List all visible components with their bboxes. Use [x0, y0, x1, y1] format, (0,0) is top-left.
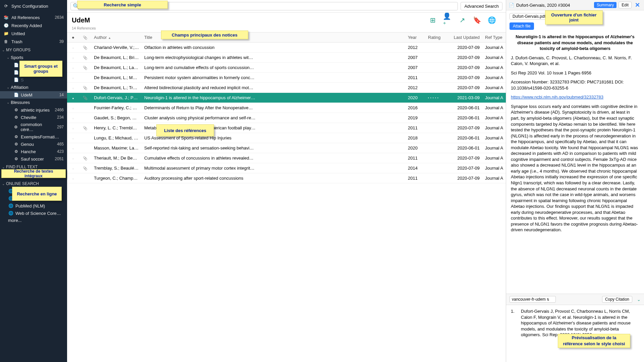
attachment-cell[interactable] [79, 75, 91, 80]
table-row[interactable]: De Beaumont, L.; Mon…Persistent motor sy… [67, 73, 506, 83]
group-athletic[interactable]: ⚙athletic injuries2466 [0, 106, 67, 114]
read-status[interactable] [67, 143, 79, 153]
rating-cell[interactable] [425, 45, 449, 50]
rating-cell[interactable] [425, 146, 449, 150]
attachment-cell[interactable] [79, 146, 91, 150]
recently-added[interactable]: 🕒Recently Added [0, 21, 67, 29]
rating-cell[interactable] [425, 136, 449, 140]
col-author[interactable]: Author▲ [91, 33, 142, 42]
rating-cell[interactable] [425, 156, 449, 161]
table-row[interactable]: Gaudet, S.; Begon, M.;…Cluster analysis … [67, 113, 506, 123]
col-read[interactable]: ● [67, 33, 79, 42]
attachment-cell[interactable] [79, 136, 91, 140]
read-status[interactable] [67, 83, 79, 93]
rating-cell[interactable] [425, 75, 449, 80]
group-cheville[interactable]: ⚙Cheville234 [0, 114, 67, 121]
table-row[interactable]: De Beaumont, L.; Bris…Long-term electrop… [67, 53, 506, 63]
online-more[interactable]: more... [0, 217, 67, 224]
web-icon[interactable]: 🌐 [487, 15, 496, 25]
read-status[interactable] [67, 103, 79, 113]
attachment-cell[interactable] [79, 53, 91, 62]
col-year[interactable]: Year [405, 33, 425, 42]
read-status[interactable] [67, 73, 79, 82]
col-rating[interactable]: Rating [425, 33, 449, 42]
read-status[interactable] [67, 113, 79, 123]
group-genou[interactable]: ⚙Genou465 [0, 140, 67, 148]
read-status[interactable] [67, 173, 79, 183]
rating-cell[interactable] [425, 176, 449, 181]
my-groups-header[interactable]: ⌄MY GROUPS [0, 46, 67, 54]
online-wos[interactable]: 🌐Web of Science Core… [0, 209, 67, 217]
unfiled[interactable]: 📁Unfiled [0, 29, 67, 38]
table-row[interactable]: Fournier-Farley, C.; La…Determinants of … [67, 103, 506, 113]
table-row[interactable]: De Beaumont, L.; Tre…Altered bidirection… [67, 83, 506, 93]
copy-citation-button[interactable]: Copy Citation [602, 296, 632, 303]
read-status[interactable] [67, 163, 79, 173]
trash[interactable]: 🗑Trash39 [0, 38, 67, 46]
table-row[interactable]: Lungu, E.; Michaud, J.…US Assessment of … [67, 133, 506, 143]
reference-link[interactable]: https://www.ncbi.nlm.nih.gov/pubmed/3233… [511, 94, 639, 100]
rating-cell[interactable] [425, 106, 449, 110]
read-status[interactable] [67, 153, 79, 163]
table-row[interactable]: Tremblay, S.; Beaulé,…Multimodal assessm… [67, 163, 506, 173]
group-commotion[interactable]: ⚙commotion céré…297 [0, 121, 67, 133]
table-row[interactable]: Masson, Maxime; Lam…Self-reported risk-t… [67, 143, 506, 153]
group-exemples[interactable]: ⚙ExemplesFormati… [0, 133, 67, 140]
summary-button[interactable]: Summary [594, 2, 616, 8]
rating-cell[interactable] [425, 126, 449, 130]
attachment-cell[interactable] [79, 83, 91, 93]
read-status[interactable] [67, 53, 79, 62]
rating-cell[interactable] [425, 85, 449, 90]
attachment-cell[interactable] [79, 153, 91, 163]
group-sports[interactable]: ⌄Sports [0, 54, 67, 61]
table-row[interactable]: Dufort-Gervais, J.; Pro…Neuroligin-1 is … [67, 93, 506, 103]
attachment-cell[interactable] [79, 93, 91, 103]
edit-button[interactable]: Edit [619, 2, 632, 8]
sync-config[interactable]: ⟳Sync Configuration [0, 2, 67, 10]
attachment-cell[interactable] [79, 176, 91, 181]
all-references[interactable]: 📚All References2634 [0, 13, 67, 21]
chevron-down-icon[interactable]: ⌄ [637, 297, 641, 302]
group-udem[interactable]: 📄UdeM14 [0, 91, 67, 99]
read-status[interactable] [67, 133, 79, 143]
col-attachment[interactable] [79, 33, 91, 42]
group-hanche[interactable]: ⚙Hanche423 [0, 148, 67, 155]
find-reference-icon[interactable]: 🔖 [472, 15, 482, 25]
citation-style-select[interactable]: vancouver-fr-udem ⇅ [509, 296, 556, 303]
table-row[interactable]: Turgeon, C.; Champo…Auditory processing … [67, 173, 506, 183]
attachment-cell[interactable] [79, 43, 91, 52]
group-blessures[interactable]: ⌄Blessures [0, 99, 67, 106]
rating-cell[interactable] [425, 55, 449, 60]
attachment-cell[interactable] [79, 123, 91, 133]
group-hidden-3[interactable]: 📄S [0, 76, 67, 83]
share-group-icon[interactable]: 👤⁺ [443, 15, 452, 25]
col-type[interactable]: Ref Type [482, 33, 506, 42]
online-search-header[interactable]: ⌄ONLINE SEARCH [0, 179, 67, 187]
new-reference-icon[interactable]: ⊞ [428, 15, 437, 25]
table-row[interactable]: Henry, L. C.; Tremblay,…Metabolic change… [67, 123, 506, 133]
table-row[interactable]: De Beaumont, L.; Lass…Long-term and cumu… [67, 63, 506, 73]
advanced-search-button[interactable]: Advanced Search [461, 2, 502, 10]
group-sauf[interactable]: ⚙Sauf soccer2051 [0, 155, 67, 163]
close-icon[interactable]: ✕ [634, 1, 641, 9]
attachment-cell[interactable] [79, 106, 91, 110]
online-pubmed[interactable]: 🌐PubMed (NLM) [0, 202, 67, 209]
type-cell: Journal A [482, 113, 506, 123]
table-row[interactable]: Charland-Verville, V.;…Olfaction in athl… [67, 43, 506, 53]
rating-cell[interactable] [425, 166, 449, 171]
read-status[interactable] [67, 63, 79, 72]
rating-cell[interactable] [425, 116, 449, 120]
attachment-cell[interactable] [79, 116, 91, 120]
read-status[interactable] [67, 43, 79, 52]
attachment-cell[interactable] [79, 63, 91, 72]
group-affiliation[interactable]: ⌄Affiliation [0, 83, 67, 91]
table-row[interactable]: Theriault, M.; De Beau…Cumulative effect… [67, 153, 506, 163]
attachment-cell[interactable] [79, 163, 91, 173]
export-icon[interactable]: ↗ [458, 15, 467, 25]
read-status[interactable] [67, 93, 79, 103]
read-status[interactable] [67, 123, 79, 133]
rating-cell[interactable]: • • • • • [425, 94, 449, 102]
attach-file-button[interactable]: Attach file [509, 22, 534, 30]
rating-cell[interactable] [425, 65, 449, 70]
col-updated[interactable]: Last Updated [449, 33, 482, 42]
